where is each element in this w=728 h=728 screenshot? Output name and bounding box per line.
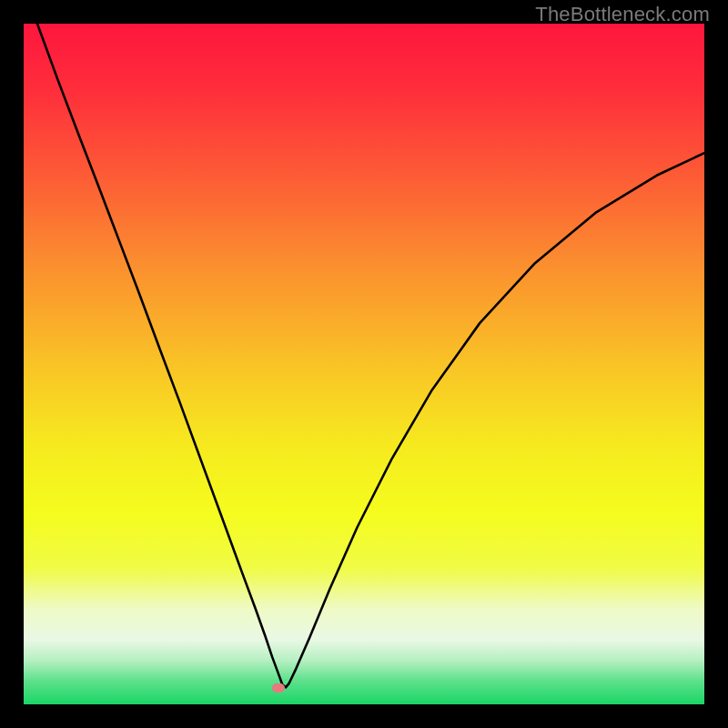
chart-svg	[24, 24, 704, 704]
gradient-background	[24, 24, 704, 704]
chart-frame: TheBottleneck.com	[0, 0, 728, 728]
plot-area	[24, 24, 704, 704]
optimal-marker	[272, 683, 285, 693]
